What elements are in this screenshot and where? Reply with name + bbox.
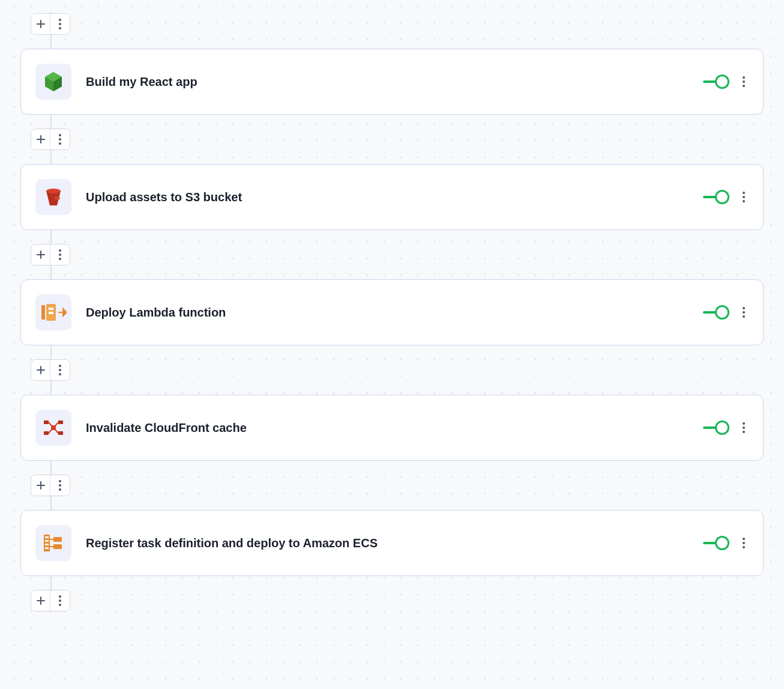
add-step-group (31, 13, 70, 35)
svg-point-3 (46, 189, 61, 193)
step-menu-button[interactable] (739, 534, 749, 552)
step-icon-lambda (35, 294, 71, 330)
pipeline-step[interactable]: Deploy Lambda function (20, 279, 764, 345)
step-title: Register task definition and deploy to A… (86, 536, 703, 550)
plus-icon (36, 250, 46, 260)
add-step-button[interactable] (31, 475, 50, 496)
step-enabled-toggle[interactable] (703, 196, 728, 198)
step-enabled-toggle[interactable] (703, 542, 728, 544)
svg-rect-15 (45, 536, 49, 538)
add-step-group (31, 590, 70, 612)
add-step-menu-button[interactable] (50, 244, 70, 265)
svg-rect-10 (44, 420, 49, 424)
pipeline-step[interactable]: Invalidate CloudFront cache (20, 395, 764, 461)
add-step-menu-button[interactable] (50, 14, 70, 34)
svg-rect-12 (44, 431, 49, 435)
add-step-menu-button[interactable] (50, 475, 70, 496)
add-step-menu-button[interactable] (50, 360, 70, 380)
s3-bucket-icon (41, 185, 65, 209)
step-controls (703, 303, 749, 321)
step-title: Deploy Lambda function (86, 306, 703, 320)
add-step-button[interactable] (31, 129, 50, 150)
add-step-menu-button[interactable] (50, 590, 70, 611)
kebab-icon (55, 361, 65, 379)
pipeline-column: Build my React app Upload assets to S3 b… (20, 12, 764, 613)
node-hexagon-icon (41, 70, 65, 94)
plus-icon (36, 365, 46, 375)
pipeline-step[interactable]: Build my React app (20, 49, 764, 115)
step-menu-button[interactable] (739, 188, 749, 206)
kebab-icon (55, 246, 65, 264)
add-step-button[interactable] (31, 14, 50, 34)
add-step-group (31, 475, 70, 496)
kebab-icon (55, 476, 65, 494)
step-icon-ecs (35, 525, 71, 561)
svg-rect-18 (45, 547, 49, 549)
step-menu-button[interactable] (739, 419, 749, 437)
step-icon-s3 (35, 179, 71, 215)
kebab-icon (55, 15, 65, 33)
add-bar (31, 473, 764, 497)
step-title: Invalidate CloudFront cache (86, 421, 703, 435)
step-menu-button[interactable] (739, 303, 749, 321)
ecs-icon (41, 531, 65, 555)
step-enabled-toggle[interactable] (703, 311, 728, 314)
svg-rect-5 (41, 305, 45, 320)
pipeline-step[interactable]: Upload assets to S3 bucket (20, 164, 764, 230)
step-title: Build my React app (86, 75, 703, 89)
plus-icon (36, 19, 46, 29)
step-icon-cloudfront (35, 410, 71, 446)
plus-icon (36, 596, 46, 606)
add-step-button[interactable] (31, 360, 50, 380)
add-step-group (31, 244, 70, 266)
add-step-group (31, 359, 70, 381)
svg-rect-16 (45, 540, 49, 542)
kebab-icon (55, 130, 65, 148)
plus-icon (36, 481, 46, 490)
add-step-menu-button[interactable] (50, 129, 70, 150)
add-bar (31, 589, 764, 613)
svg-rect-13 (58, 431, 63, 435)
add-bar (31, 127, 764, 151)
plus-icon (36, 135, 46, 144)
step-enabled-toggle[interactable] (703, 80, 728, 83)
step-controls (703, 419, 749, 437)
svg-rect-20 (53, 544, 62, 549)
svg-point-4 (54, 196, 60, 200)
svg-rect-7 (49, 308, 53, 310)
add-bar (31, 358, 764, 382)
kebab-icon (55, 592, 65, 610)
step-title: Upload assets to S3 bucket (86, 190, 703, 204)
step-menu-button[interactable] (739, 73, 749, 91)
add-bar (31, 243, 764, 267)
step-controls (703, 73, 749, 91)
step-icon-node (35, 64, 71, 100)
add-step-button[interactable] (31, 590, 50, 611)
svg-rect-19 (53, 537, 62, 542)
step-controls (703, 188, 749, 206)
add-step-button[interactable] (31, 244, 50, 265)
step-controls (703, 534, 749, 552)
cloudfront-icon (41, 416, 65, 440)
step-enabled-toggle[interactable] (703, 426, 728, 429)
pipeline-step[interactable]: Register task definition and deploy to A… (20, 510, 764, 576)
lambda-icon (40, 300, 67, 324)
svg-rect-11 (58, 420, 63, 424)
svg-rect-17 (45, 544, 49, 545)
add-step-group (31, 129, 70, 150)
svg-rect-8 (49, 312, 53, 314)
add-bar (31, 12, 764, 36)
